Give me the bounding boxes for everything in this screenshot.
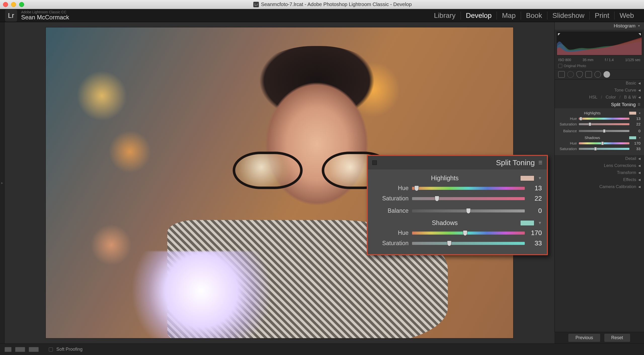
- histogram-plot: [557, 32, 642, 55]
- module-print[interactable]: Print: [590, 12, 615, 20]
- crop-tool-icon[interactable]: [558, 71, 565, 78]
- module-book[interactable]: Book: [521, 12, 547, 20]
- split-toning-title: Split Toning: [377, 158, 535, 167]
- module-slideshow[interactable]: Slideshow: [547, 12, 590, 20]
- module-picker: Library Develop Map Book Slideshow Print…: [429, 12, 639, 20]
- shadow-clip-icon[interactable]: ◤: [558, 32, 560, 36]
- histogram-header[interactable]: Histogram▼: [555, 22, 644, 30]
- redeye-tool-icon[interactable]: [576, 71, 583, 78]
- highlights-sat-value[interactable]: 22: [528, 195, 542, 202]
- mini-h-hue-value[interactable]: 13: [631, 116, 640, 121]
- mini-s-hue-value[interactable]: 170: [631, 141, 640, 145]
- histogram[interactable]: ◤ ◥: [557, 32, 642, 55]
- mini-s-sat-value[interactable]: 33: [631, 147, 640, 151]
- highlights-color-swatch[interactable]: [520, 175, 534, 181]
- highlights-sat-label: Saturation: [373, 195, 409, 202]
- chevron-down-icon[interactable]: ▾: [639, 111, 640, 115]
- balance-slider[interactable]: [412, 209, 525, 212]
- split-toning-panel-header[interactable]: Split Toning☰: [555, 101, 644, 108]
- brush-tool-icon[interactable]: [603, 71, 610, 78]
- shadows-hue-label: Hue: [373, 230, 409, 236]
- window-minimize-icon[interactable]: [11, 2, 16, 7]
- shadows-sat-label: Saturation: [373, 240, 409, 247]
- module-library[interactable]: Library: [429, 12, 461, 20]
- tone-curve-panel-header[interactable]: Tone Curve◀: [555, 87, 644, 94]
- radial-tool-icon[interactable]: [594, 71, 601, 78]
- mini-h-hue-label: Hue: [558, 116, 577, 121]
- collapse-icon[interactable]: ▼: [637, 24, 640, 28]
- window-title: Seanmcfoto-7.lrcat - Adobe Photoshop Lig…: [261, 2, 412, 7]
- split-toning-panel-body: Highlights ▾ Hue 13 Saturation 22 Balanc…: [555, 108, 644, 155]
- highlights-sat-slider[interactable]: [412, 197, 525, 200]
- before-after-icon[interactable]: [15, 347, 25, 352]
- mini-s-sat-slider[interactable]: [579, 148, 629, 150]
- mini-balance-slider[interactable]: [579, 130, 629, 132]
- soft-proofing-label[interactable]: Soft Proofing: [56, 347, 83, 352]
- shadows-swatch-caret-icon[interactable]: ▼: [538, 221, 542, 225]
- left-panel-expand-icon[interactable]: ▸: [0, 22, 5, 343]
- shadows-sat-value[interactable]: 33: [528, 239, 542, 247]
- panel-toggle-icon[interactable]: [372, 160, 377, 165]
- mini-s-hue-slider[interactable]: [579, 142, 629, 144]
- hsl-panel-header[interactable]: HSL/Color/B & W◀: [555, 94, 644, 101]
- balance-label: Balance: [373, 207, 409, 214]
- mini-h-hue-slider[interactable]: [579, 118, 629, 120]
- identity-module-bar: Lr Adobe Lightroom Classic CC Sean McCor…: [0, 9, 644, 22]
- calibration-panel-header[interactable]: Camera Calibration◀: [555, 183, 644, 190]
- shadows-color-swatch[interactable]: [520, 220, 534, 226]
- checkbox-icon[interactable]: [558, 64, 562, 68]
- loupe-view-icon[interactable]: [5, 347, 12, 352]
- highlights-swatch-caret-icon[interactable]: ▼: [538, 176, 542, 181]
- effects-panel-header[interactable]: Effects◀: [555, 176, 644, 183]
- lens-panel-header[interactable]: Lens Corrections◀: [555, 162, 644, 169]
- toolbar-bottom: Soft Proofing: [0, 343, 644, 355]
- mini-highlights-swatch[interactable]: [629, 111, 636, 115]
- mini-h-sat-value[interactable]: 22: [631, 122, 640, 126]
- balance-value[interactable]: 0: [528, 207, 542, 215]
- shadows-heading: Shadows: [373, 219, 517, 227]
- basic-panel-header[interactable]: Basic◀: [555, 80, 644, 87]
- shadows-sat-slider[interactable]: [412, 242, 525, 245]
- shadows-hue-value[interactable]: 170: [528, 229, 542, 237]
- window-close-icon[interactable]: [3, 2, 8, 7]
- right-panels: Histogram▼ ◤ ◥ ISO 800 35 mm f / 1.4 1/1…: [554, 22, 644, 332]
- mini-balance-label: Balance: [558, 129, 577, 133]
- mini-balance-value[interactable]: 0: [631, 129, 640, 133]
- aperture-label: f / 1.4: [605, 58, 614, 62]
- app-icon: Lr: [253, 2, 259, 7]
- shutter-label: 1/125 sec: [625, 58, 640, 62]
- highlights-hue-value[interactable]: 13: [528, 184, 542, 192]
- image-canvas[interactable]: Split Toning ☰ Highlights ▼ Hue 13 Satur…: [5, 22, 554, 343]
- split-toning-panel-zoom: Split Toning ☰ Highlights ▼ Hue 13 Satur…: [367, 155, 548, 255]
- transform-panel-header[interactable]: Transform◀: [555, 169, 644, 176]
- detail-panel-header[interactable]: Detail◀: [555, 155, 644, 162]
- mini-h-sat-label: Saturation: [558, 122, 577, 126]
- mini-s-sat-label: Saturation: [558, 147, 577, 151]
- previous-button[interactable]: Previous: [568, 333, 600, 342]
- mini-h-sat-slider[interactable]: [579, 123, 629, 125]
- app-name-label: Adobe Lightroom Classic CC: [21, 10, 69, 14]
- highlights-hue-slider[interactable]: [412, 187, 525, 190]
- right-bottom-buttons: Previous Reset: [554, 332, 644, 343]
- shadows-hue-slider[interactable]: [412, 232, 525, 235]
- module-develop[interactable]: Develop: [461, 12, 497, 20]
- reset-button[interactable]: Reset: [604, 333, 630, 342]
- highlight-clip-icon[interactable]: ◥: [638, 32, 641, 36]
- macos-titlebar: Lr Seanmcfoto-7.lrcat - Adobe Photoshop …: [0, 0, 644, 9]
- identity-plate[interactable]: Lr Adobe Lightroom Classic CC Sean McCor…: [5, 10, 69, 22]
- module-web[interactable]: Web: [615, 12, 639, 20]
- mini-s-hue-label: Hue: [558, 141, 577, 145]
- panel-menu-icon[interactable]: ☰: [538, 160, 542, 165]
- mini-highlights-heading: Highlights: [558, 111, 626, 115]
- chevron-down-icon[interactable]: ▾: [639, 136, 640, 140]
- original-photo-toggle[interactable]: Original Photo: [555, 63, 644, 69]
- tool-strip: [555, 69, 644, 79]
- compare-view-icon[interactable]: [29, 347, 39, 352]
- spot-tool-icon[interactable]: [567, 71, 574, 78]
- mini-shadows-swatch[interactable]: [629, 136, 636, 140]
- gradient-tool-icon[interactable]: [585, 71, 592, 78]
- window-zoom-icon[interactable]: [19, 2, 24, 7]
- mini-shadows-heading: Shadows: [558, 136, 626, 140]
- soft-proof-checkbox[interactable]: [49, 347, 53, 351]
- module-map[interactable]: Map: [497, 12, 521, 20]
